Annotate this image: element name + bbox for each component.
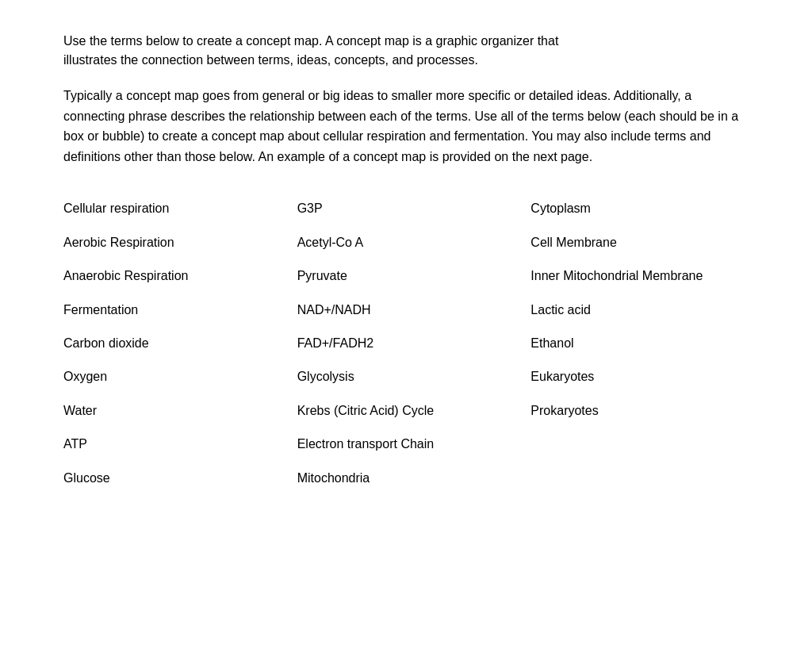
term-fermentation: Fermentation: [63, 294, 282, 327]
term-prokaryotes: Prokaryotes: [530, 394, 749, 428]
term-fad-fadh2: FAD+/FADH2: [297, 327, 515, 360]
terms-grid: Cellular respiration Aerobic Respiration…: [63, 192, 749, 495]
column-1: Cellular respiration Aerobic Respiration…: [63, 192, 282, 495]
term-cellular-respiration: Cellular respiration: [63, 192, 282, 225]
term-g3p: G3P: [297, 192, 515, 225]
term-mitochondria: Mitochondria: [297, 462, 515, 495]
term-ethanol: Ethanol: [530, 327, 749, 360]
intro-line2: illustrates the connection between terms…: [63, 53, 478, 67]
term-anaerobic-respiration: Anaerobic Respiration: [63, 259, 282, 293]
term-pyruvate: Pyruvate: [297, 259, 515, 293]
term-lactic-acid: Lactic acid: [530, 294, 749, 327]
description-text: Typically a concept map goes from genera…: [63, 86, 749, 167]
term-cytoplasm: Cytoplasm: [530, 192, 749, 225]
term-cell-membrane: Cell Membrane: [530, 226, 749, 259]
intro-text: Use the terms below to create a concept …: [63, 32, 749, 70]
term-oxygen: Oxygen: [63, 360, 282, 393]
term-acetyl-coa: Acetyl-Co A: [297, 226, 515, 259]
term-inner-mitochondrial-membrane: Inner Mitochondrial Membrane: [530, 259, 749, 293]
term-krebs-cycle: Krebs (Citric Acid) Cycle: [297, 394, 515, 428]
term-glucose: Glucose: [63, 462, 282, 495]
term-carbon-dioxide: Carbon dioxide: [63, 327, 282, 360]
term-electron-transport-chain: Electron transport Chain: [297, 428, 515, 461]
term-water: Water: [63, 394, 282, 428]
term-glycolysis: Glycolysis: [297, 360, 515, 393]
intro-line1: Use the terms below to create a concept …: [63, 34, 558, 48]
term-eukaryotes: Eukaryotes: [530, 360, 749, 393]
term-aerobic-respiration: Aerobic Respiration: [63, 226, 282, 259]
column-2: G3P Acetyl-Co A Pyruvate NAD+/NADH FAD+/…: [297, 192, 515, 495]
term-nad-nadh: NAD+/NADH: [297, 294, 515, 327]
column-3: Cytoplasm Cell Membrane Inner Mitochondr…: [530, 192, 749, 495]
term-atp: ATP: [63, 428, 282, 461]
